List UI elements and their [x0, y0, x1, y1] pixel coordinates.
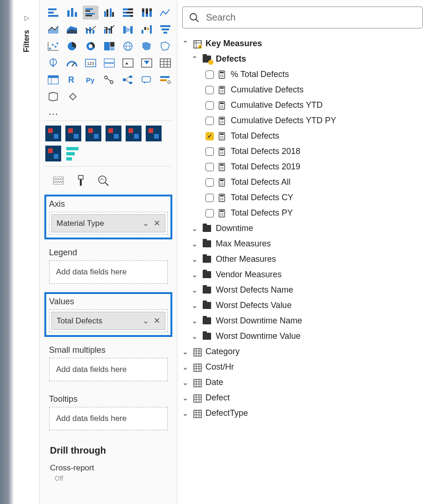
tree-measure-item[interactable]: Cumulative Defects [180, 82, 427, 98]
values-field-pill[interactable]: Total Defects ⌄ ✕ [51, 312, 165, 330]
pie-icon[interactable] [64, 39, 80, 53]
stacked-area-icon[interactable] [64, 22, 80, 36]
treemap-icon[interactable] [101, 39, 117, 53]
more-viz-icon[interactable]: … [42, 105, 175, 118]
tree-key-measures[interactable]: ⌃ ✔ Key Measures [180, 36, 427, 51]
smart-narrative-icon[interactable] [157, 73, 173, 87]
stacked-column-icon[interactable] [64, 6, 80, 20]
hundred-pct-bar-icon[interactable] [120, 6, 136, 20]
tree-measure-item[interactable]: Total Defects 2018 [180, 144, 427, 159]
scatter-icon[interactable] [45, 39, 61, 53]
chevron-down-icon[interactable]: ⌄ [142, 316, 149, 326]
custom-viz-6[interactable] [146, 126, 162, 141]
shape-map-icon[interactable] [157, 39, 173, 53]
tree-folder-item[interactable]: ⌄ Other Measures [180, 252, 427, 267]
custom-viz-4[interactable] [106, 126, 121, 141]
table-viz-icon[interactable] [157, 56, 173, 70]
axis-well[interactable]: Material Type ⌄ ✕ [49, 212, 168, 235]
custom-viz-3[interactable] [85, 126, 101, 141]
tree-defects-folder[interactable]: ⌃ Defects [180, 51, 427, 67]
tree-measure-item[interactable]: Total Defects 2019 [180, 159, 427, 175]
custom-hbar-viz[interactable] [65, 146, 81, 161]
tree-folder-item[interactable]: ⌄ Downtime [180, 221, 427, 236]
donut-icon[interactable] [83, 39, 99, 53]
filters-pane-collapsed[interactable]: ◁ Filters [14, 0, 40, 504]
folder-icon [203, 317, 211, 324]
checkbox[interactable] [205, 194, 214, 202]
stacked-bar-icon[interactable] [45, 6, 61, 20]
line-chart-icon[interactable] [157, 6, 173, 20]
tree-measure-item[interactable]: Cumulative Defects YTD PY [180, 113, 427, 128]
multi-row-card-icon[interactable] [101, 56, 117, 70]
checkbox[interactable] [205, 86, 214, 94]
clustered-column-icon[interactable] [101, 6, 117, 20]
map-icon[interactable] [120, 39, 136, 53]
tree-folder-item[interactable]: ⌄ Worst Defects Name [180, 282, 427, 298]
chevron-down-icon[interactable]: ⌄ [142, 218, 149, 228]
checkbox[interactable] [205, 147, 214, 156]
tree-folder-item[interactable]: ⌄ Vendor Measures [180, 267, 427, 282]
paginated-report-icon[interactable] [45, 90, 61, 104]
funnel-icon[interactable] [157, 22, 173, 36]
fields-search[interactable] [182, 7, 423, 28]
tree-table-item[interactable]: ⌄ Defect [180, 390, 427, 406]
remove-field-icon[interactable]: ✕ [154, 316, 160, 326]
r-visual-icon[interactable]: R [64, 73, 80, 87]
line-stacked-column-icon[interactable] [83, 22, 99, 36]
values-well[interactable]: Total Defects ⌄ ✕ [49, 309, 168, 332]
format-tab-icon[interactable] [74, 174, 87, 187]
card-icon[interactable]: 123 [83, 56, 99, 70]
ribbon-chart-icon[interactable] [120, 22, 136, 36]
checkbox[interactable] [205, 101, 214, 110]
area-chart-icon[interactable] [45, 22, 61, 36]
tree-measure-item[interactable]: Total Defects PY [180, 205, 427, 221]
azure-map-icon[interactable] [45, 56, 61, 70]
checkbox[interactable] [205, 178, 214, 187]
tree-measure-item[interactable]: Total Defects All [180, 175, 427, 190]
python-visual-icon[interactable]: Py [83, 73, 99, 87]
remove-field-icon[interactable]: ✕ [154, 218, 160, 228]
custom-viz-1[interactable] [45, 126, 61, 141]
tree-folder-item[interactable]: ⌄ Worst Defects Value [180, 298, 427, 313]
matrix-icon[interactable] [45, 73, 61, 87]
tree-table-item[interactable]: ⌄ DefectType [180, 406, 427, 421]
checkbox[interactable] [205, 117, 214, 125]
tree-folder-item[interactable]: ⌄ Worst Downtime Name [180, 313, 427, 329]
checkbox[interactable] [205, 132, 214, 140]
tree-measure-item[interactable]: Total Defects [180, 128, 427, 144]
waterfall-icon[interactable] [139, 22, 155, 36]
qa-visual-icon[interactable] [139, 73, 155, 87]
tree-table-item[interactable]: ⌄ Category [180, 344, 427, 359]
search-input[interactable] [205, 12, 416, 23]
decomposition-tree-icon[interactable] [120, 73, 136, 87]
tree-folder-item[interactable]: ⌄ Max Measures [180, 236, 427, 252]
custom-viz-5[interactable] [126, 126, 142, 141]
tree-measure-item[interactable]: Total Defects CY [180, 190, 427, 205]
checkbox[interactable] [205, 163, 214, 171]
gauge-icon[interactable] [64, 56, 80, 70]
tree-table-item[interactable]: ⌄ Cost/Hr [180, 359, 427, 375]
slicer-icon[interactable] [139, 56, 155, 70]
fields-tab-icon[interactable] [52, 174, 65, 187]
tooltips-well[interactable]: Add data fields here [49, 407, 168, 430]
analytics-tab-icon[interactable] [97, 174, 110, 187]
key-influencers-icon[interactable] [101, 73, 117, 87]
checkbox[interactable] [205, 70, 214, 79]
kpi-icon[interactable]: ▲ [120, 56, 136, 70]
axis-field-pill[interactable]: Material Type ⌄ ✕ [51, 214, 165, 232]
checkbox[interactable] [205, 209, 214, 217]
small-multiples-well[interactable]: Add data fields here [49, 358, 168, 381]
get-more-visuals-icon[interactable] [64, 90, 80, 104]
cross-report-toggle[interactable]: Off [42, 475, 175, 482]
filled-map-icon[interactable] [139, 39, 155, 53]
hundred-pct-column-icon[interactable] [139, 6, 155, 20]
tree-measure-item[interactable]: Cumulative Defects YTD [180, 98, 427, 113]
legend-well[interactable]: Add data fields here [49, 260, 168, 284]
tree-table-item[interactable]: ⌄ Date [180, 375, 427, 390]
custom-viz-2[interactable] [65, 126, 81, 141]
custom-viz-7[interactable] [45, 146, 61, 161]
clustered-bar-icon[interactable] [83, 6, 99, 20]
tree-folder-item[interactable]: ⌄ Worst Downtime Value [180, 329, 427, 344]
line-clustered-column-icon[interactable] [101, 22, 117, 36]
tree-measure-item[interactable]: % Total Defects [180, 67, 427, 82]
